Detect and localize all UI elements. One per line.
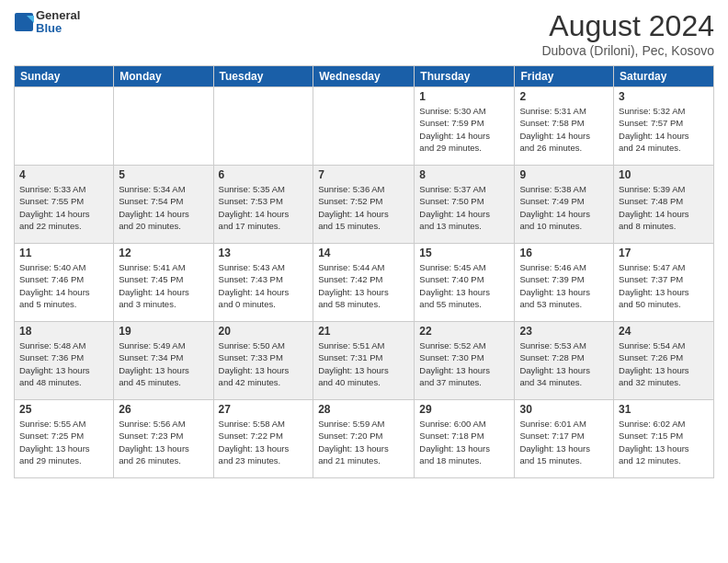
- day-info: Sunrise: 5:44 AM Sunset: 7:42 PM Dayligh…: [318, 261, 409, 310]
- day-number: 21: [318, 325, 409, 338]
- calendar-cell: 26Sunrise: 5:56 AM Sunset: 7:23 PM Dayli…: [114, 400, 213, 478]
- day-info: Sunrise: 5:50 AM Sunset: 7:33 PM Dayligh…: [219, 339, 309, 388]
- day-number: 18: [19, 325, 108, 338]
- day-number: 26: [119, 403, 208, 416]
- day-info: Sunrise: 5:36 AM Sunset: 7:52 PM Dayligh…: [318, 183, 409, 232]
- day-info: Sunrise: 5:56 AM Sunset: 7:23 PM Dayligh…: [119, 418, 208, 466]
- main-title: August 2024: [541, 9, 714, 43]
- day-info: Sunrise: 5:46 AM Sunset: 7:39 PM Dayligh…: [519, 261, 609, 310]
- day-info: Sunrise: 5:54 AM Sunset: 7:26 PM Dayligh…: [619, 339, 709, 388]
- day-info: Sunrise: 5:38 AM Sunset: 7:49 PM Dayligh…: [519, 183, 609, 232]
- day-number: 15: [419, 247, 509, 259]
- calendar-cell: [313, 87, 415, 166]
- weekday-header: Friday: [515, 66, 614, 87]
- day-number: 20: [219, 325, 309, 338]
- day-info: Sunrise: 5:41 AM Sunset: 7:45 PM Dayligh…: [119, 261, 208, 310]
- weekday-header: Sunday: [15, 66, 114, 87]
- calendar-week-row: 11Sunrise: 5:40 AM Sunset: 7:46 PM Dayli…: [15, 244, 714, 322]
- weekday-header: Monday: [114, 66, 213, 87]
- calendar-week-row: 18Sunrise: 5:48 AM Sunset: 7:36 PM Dayli…: [15, 322, 714, 400]
- day-info: Sunrise: 5:47 AM Sunset: 7:37 PM Dayligh…: [619, 261, 709, 310]
- logo-icon: [14, 12, 34, 32]
- calendar-cell: 27Sunrise: 5:58 AM Sunset: 7:22 PM Dayli…: [213, 400, 313, 478]
- day-number: 11: [19, 247, 108, 259]
- day-info: Sunrise: 5:59 AM Sunset: 7:20 PM Dayligh…: [318, 418, 409, 466]
- day-info: Sunrise: 5:51 AM Sunset: 7:31 PM Dayligh…: [318, 339, 409, 388]
- day-number: 6: [219, 168, 309, 181]
- calendar-week-row: 25Sunrise: 5:55 AM Sunset: 7:25 PM Dayli…: [15, 400, 714, 478]
- day-number: 13: [219, 247, 309, 259]
- calendar-cell: 16Sunrise: 5:46 AM Sunset: 7:39 PM Dayli…: [515, 244, 614, 322]
- day-number: 24: [619, 325, 709, 338]
- day-info: Sunrise: 5:48 AM Sunset: 7:36 PM Dayligh…: [19, 339, 108, 388]
- calendar-cell: [114, 87, 213, 166]
- calendar-cell: 3Sunrise: 5:32 AM Sunset: 7:57 PM Daylig…: [614, 87, 714, 166]
- day-number: 5: [119, 168, 208, 181]
- day-number: 10: [619, 168, 709, 181]
- day-number: 19: [119, 325, 208, 338]
- calendar-cell: 12Sunrise: 5:41 AM Sunset: 7:45 PM Dayli…: [114, 244, 213, 322]
- day-number: 17: [619, 247, 709, 259]
- header: General Blue August 2024 Dubova (Driloni…: [14, 9, 714, 58]
- calendar-week-row: 1Sunrise: 5:30 AM Sunset: 7:59 PM Daylig…: [15, 87, 714, 166]
- calendar-cell: 23Sunrise: 5:53 AM Sunset: 7:28 PM Dayli…: [515, 322, 614, 400]
- day-info: Sunrise: 5:33 AM Sunset: 7:55 PM Dayligh…: [19, 183, 108, 232]
- calendar-cell: 9Sunrise: 5:38 AM Sunset: 7:49 PM Daylig…: [515, 166, 614, 244]
- day-number: 1: [419, 90, 509, 103]
- calendar-cell: 30Sunrise: 6:01 AM Sunset: 7:17 PM Dayli…: [515, 400, 614, 478]
- weekday-header: Tuesday: [213, 66, 313, 87]
- calendar-cell: [15, 87, 114, 166]
- day-number: 2: [519, 90, 609, 103]
- day-info: Sunrise: 6:02 AM Sunset: 7:15 PM Dayligh…: [619, 418, 709, 466]
- calendar-week-row: 4Sunrise: 5:33 AM Sunset: 7:55 PM Daylig…: [15, 166, 714, 244]
- day-info: Sunrise: 6:01 AM Sunset: 7:17 PM Dayligh…: [519, 418, 609, 466]
- day-info: Sunrise: 5:39 AM Sunset: 7:48 PM Dayligh…: [619, 183, 709, 232]
- day-number: 8: [419, 168, 509, 181]
- day-number: 22: [419, 325, 509, 338]
- day-number: 3: [619, 90, 709, 103]
- calendar-cell: 31Sunrise: 6:02 AM Sunset: 7:15 PM Dayli…: [614, 400, 714, 478]
- day-number: 16: [519, 247, 609, 259]
- day-number: 31: [619, 403, 709, 416]
- logo-top: General Blue: [14, 9, 80, 36]
- calendar-cell: 29Sunrise: 6:00 AM Sunset: 7:18 PM Dayli…: [415, 400, 515, 478]
- calendar-cell: 21Sunrise: 5:51 AM Sunset: 7:31 PM Dayli…: [313, 322, 415, 400]
- day-info: Sunrise: 5:34 AM Sunset: 7:54 PM Dayligh…: [119, 183, 208, 232]
- day-info: Sunrise: 5:43 AM Sunset: 7:43 PM Dayligh…: [219, 261, 309, 310]
- day-number: 25: [19, 403, 108, 416]
- page: General Blue August 2024 Dubova (Driloni…: [0, 0, 728, 563]
- calendar-cell: 11Sunrise: 5:40 AM Sunset: 7:46 PM Dayli…: [15, 244, 114, 322]
- calendar-cell: 6Sunrise: 5:35 AM Sunset: 7:53 PM Daylig…: [213, 166, 313, 244]
- calendar-cell: 4Sunrise: 5:33 AM Sunset: 7:55 PM Daylig…: [15, 166, 114, 244]
- day-info: Sunrise: 5:45 AM Sunset: 7:40 PM Dayligh…: [419, 261, 509, 310]
- calendar-header-row: SundayMondayTuesdayWednesdayThursdayFrid…: [15, 66, 714, 87]
- calendar-cell: 28Sunrise: 5:59 AM Sunset: 7:20 PM Dayli…: [313, 400, 415, 478]
- subtitle: Dubova (Driloni), Pec, Kosovo: [541, 43, 714, 58]
- calendar-cell: 14Sunrise: 5:44 AM Sunset: 7:42 PM Dayli…: [313, 244, 415, 322]
- day-info: Sunrise: 5:55 AM Sunset: 7:25 PM Dayligh…: [19, 418, 108, 466]
- day-number: 29: [419, 403, 509, 416]
- day-number: 27: [219, 403, 309, 416]
- day-info: Sunrise: 5:37 AM Sunset: 7:50 PM Dayligh…: [419, 183, 509, 232]
- logo-general: General: [36, 9, 80, 22]
- calendar-cell: [213, 87, 313, 166]
- day-info: Sunrise: 5:52 AM Sunset: 7:30 PM Dayligh…: [419, 339, 509, 388]
- calendar-cell: 5Sunrise: 5:34 AM Sunset: 7:54 PM Daylig…: [114, 166, 213, 244]
- calendar-cell: 22Sunrise: 5:52 AM Sunset: 7:30 PM Dayli…: [415, 322, 515, 400]
- calendar-cell: 25Sunrise: 5:55 AM Sunset: 7:25 PM Dayli…: [15, 400, 114, 478]
- day-number: 9: [519, 168, 609, 181]
- calendar-cell: 17Sunrise: 5:47 AM Sunset: 7:37 PM Dayli…: [614, 244, 714, 322]
- calendar-cell: 19Sunrise: 5:49 AM Sunset: 7:34 PM Dayli…: [114, 322, 213, 400]
- calendar-table: SundayMondayTuesdayWednesdayThursdayFrid…: [14, 65, 714, 478]
- logo-blue: Blue: [36, 22, 80, 35]
- weekday-header: Wednesday: [313, 66, 415, 87]
- day-number: 4: [19, 168, 108, 181]
- day-number: 23: [519, 325, 609, 338]
- day-number: 30: [519, 403, 609, 416]
- day-info: Sunrise: 5:32 AM Sunset: 7:57 PM Dayligh…: [619, 105, 709, 154]
- day-info: Sunrise: 5:40 AM Sunset: 7:46 PM Dayligh…: [19, 261, 108, 310]
- calendar-cell: 20Sunrise: 5:50 AM Sunset: 7:33 PM Dayli…: [213, 322, 313, 400]
- calendar-cell: 24Sunrise: 5:54 AM Sunset: 7:26 PM Dayli…: [614, 322, 714, 400]
- day-info: Sunrise: 5:53 AM Sunset: 7:28 PM Dayligh…: [519, 339, 609, 388]
- day-info: Sunrise: 5:58 AM Sunset: 7:22 PM Dayligh…: [219, 418, 309, 466]
